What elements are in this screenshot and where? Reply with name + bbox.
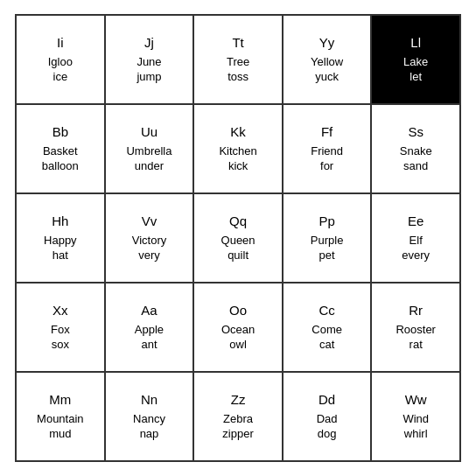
cell-0-0: IiIglooice	[16, 15, 105, 104]
cell-letter: Zz	[196, 392, 280, 407]
cell-words: Roosterrat	[374, 323, 458, 353]
cell-letter: Ll	[374, 35, 458, 50]
cell-1-3: FfFriendfor	[283, 104, 372, 193]
cell-4-0: MmMountainmud	[16, 372, 105, 461]
cell-words: Kitchenkick	[196, 144, 280, 174]
cell-letter: Pp	[285, 214, 369, 228]
cell-words: Treetoss	[196, 55, 280, 85]
cell-words: Queenquilt	[196, 234, 280, 263]
cell-4-2: ZzZebrazipper	[193, 372, 283, 461]
cell-letter: Vv	[108, 214, 192, 228]
cell-letter: Ww	[374, 392, 458, 407]
cell-letter: Aa	[108, 303, 192, 318]
cell-0-4: LlLakelet	[371, 15, 460, 104]
cell-2-2: QqQueenquilt	[193, 193, 283, 283]
cell-letter: Qq	[196, 214, 280, 228]
cell-words: Lakelet	[374, 55, 458, 85]
cell-words: Oceanowl	[196, 323, 280, 353]
cell-letter: Ii	[18, 35, 102, 50]
cell-words: Snakesand	[374, 144, 458, 174]
cell-words: Daddog	[285, 412, 369, 442]
cell-3-0: XxFoxsox	[16, 283, 105, 372]
cell-2-3: PpPurplepet	[283, 193, 372, 283]
cell-letter: Rr	[374, 303, 458, 318]
cell-1-1: UuUmbrellaunder	[105, 104, 194, 193]
cell-letter: Oo	[196, 303, 280, 318]
cell-4-4: WwWindwhirl	[371, 372, 460, 461]
cell-words: Victoryvery	[108, 234, 192, 263]
cell-1-0: BbBasketballoon	[16, 104, 105, 193]
cell-letter: Kk	[196, 124, 280, 139]
cell-3-3: CcComecat	[283, 283, 372, 372]
cell-words: Foxsox	[18, 323, 102, 353]
cell-words: Purplepet	[285, 234, 369, 263]
cell-letter: Mm	[18, 392, 102, 407]
cell-words: Junejump	[108, 55, 192, 85]
cell-2-1: VvVictoryvery	[105, 193, 194, 283]
cell-words: Mountainmud	[18, 412, 102, 442]
cell-words: Iglooice	[18, 55, 102, 85]
cell-words: Nancynap	[108, 412, 192, 442]
cell-letter: Ff	[285, 124, 369, 139]
cell-letter: Ee	[374, 214, 458, 228]
cell-letter: Tt	[196, 35, 280, 50]
cell-words: Friendfor	[285, 144, 369, 174]
cell-0-3: YyYellowyuck	[283, 15, 372, 104]
cell-1-2: KkKitchenkick	[193, 104, 283, 193]
cell-4-3: DdDaddog	[283, 372, 372, 461]
cell-letter: Uu	[108, 124, 192, 139]
cell-letter: Cc	[285, 303, 369, 318]
cell-4-1: NnNancynap	[105, 372, 194, 461]
cell-3-2: OoOceanowl	[193, 283, 283, 372]
cell-words: Umbrellaunder	[108, 144, 192, 174]
cell-words: Appleant	[108, 323, 192, 353]
cell-letter: Bb	[18, 124, 102, 139]
cell-3-1: AaAppleant	[105, 283, 194, 372]
cell-letter: Jj	[108, 35, 192, 50]
cell-2-0: HhHappyhat	[16, 193, 105, 283]
cell-letter: Xx	[18, 303, 102, 318]
cell-0-2: TtTreetoss	[193, 15, 283, 104]
cell-words: Yellowyuck	[285, 55, 369, 85]
cell-1-4: SsSnakesand	[371, 104, 460, 193]
cell-words: Elfevery	[374, 234, 458, 263]
cell-letter: Nn	[108, 392, 192, 407]
cell-3-4: RrRoosterrat	[371, 283, 460, 372]
bingo-grid: IiIglooiceJjJunejumpTtTreetossYyYellowyu…	[15, 14, 461, 462]
cell-letter: Hh	[18, 214, 102, 228]
cell-2-4: EeElfevery	[371, 193, 460, 283]
cell-words: Happyhat	[18, 234, 102, 263]
cell-words: Comecat	[285, 323, 369, 353]
cell-letter: Ss	[374, 124, 458, 139]
cell-letter: Dd	[285, 392, 369, 407]
cell-words: Zebrazipper	[196, 412, 280, 442]
cell-words: Basketballoon	[18, 144, 102, 174]
cell-letter: Yy	[285, 35, 369, 50]
cell-0-1: JjJunejump	[105, 15, 194, 104]
cell-words: Windwhirl	[374, 412, 458, 442]
